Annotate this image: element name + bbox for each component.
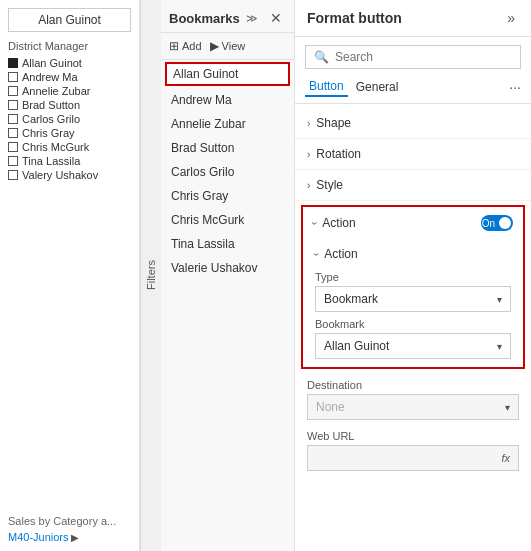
chevron-right-icon: ▶ bbox=[71, 532, 79, 543]
district-name: Andrew Ma bbox=[22, 71, 78, 83]
tab-general[interactable]: General bbox=[352, 78, 403, 96]
district-list: Allan GuinotAndrew MaAnnelie ZubarBrad S… bbox=[8, 56, 131, 182]
chevron-down-icon: › bbox=[311, 252, 322, 255]
district-name: Chris McGurk bbox=[22, 141, 89, 153]
left-panel: Alan Guinot District Manager Allan Guino… bbox=[0, 0, 140, 551]
view-icon: ▶ bbox=[210, 39, 219, 53]
format-tabs: Button General ··· bbox=[295, 77, 531, 104]
district-name: Valery Ushakov bbox=[22, 169, 98, 181]
destination-dropdown[interactable]: None ▾ bbox=[307, 394, 519, 420]
bookmark-value: Allan Guinot bbox=[324, 339, 497, 353]
add-label: Add bbox=[182, 40, 202, 52]
checkbox-icon bbox=[8, 128, 18, 138]
district-list-item[interactable]: Chris Gray bbox=[8, 126, 131, 140]
shape-section[interactable]: › Shape bbox=[295, 108, 531, 139]
district-list-item[interactable]: Tina Lassila bbox=[8, 154, 131, 168]
bookmark-item[interactable]: Tina Lassila bbox=[161, 232, 294, 256]
bookmarks-panel: Filters Bookmarks ≫ ✕ ⊞ Add ▶ View Allan… bbox=[140, 0, 295, 551]
district-name: Allan Guinot bbox=[22, 57, 82, 69]
chevron-right-icon: › bbox=[307, 180, 310, 191]
checkbox-icon bbox=[8, 86, 18, 96]
district-list-item[interactable]: Valery Ushakov bbox=[8, 168, 131, 182]
bookmark-item[interactable]: Chris Gray bbox=[161, 184, 294, 208]
action-section: › Action On › Action Type Bookmark ▾ Boo… bbox=[301, 205, 525, 369]
action-header-row[interactable]: › Action On bbox=[303, 207, 523, 239]
bookmark-item[interactable]: Valerie Ushakov bbox=[161, 256, 294, 280]
bookmarks-close-button[interactable]: ✕ bbox=[266, 8, 286, 28]
bookmarks-content: Bookmarks ≫ ✕ ⊞ Add ▶ View Allan GuinotA… bbox=[161, 0, 294, 551]
bookmark-item[interactable]: Annelie Zubar bbox=[161, 112, 294, 136]
style-label: Style bbox=[316, 178, 343, 192]
search-bar[interactable]: 🔍 bbox=[305, 45, 521, 69]
action-main-label: Action bbox=[322, 216, 355, 230]
destination-value: None bbox=[316, 400, 505, 414]
bottom-link[interactable]: M40-Juniors ▶ bbox=[8, 531, 131, 543]
tab-button[interactable]: Button bbox=[305, 77, 348, 97]
action-toggle[interactable]: On bbox=[481, 215, 513, 231]
bookmark-item[interactable]: Carlos Grilo bbox=[161, 160, 294, 184]
slicer-box[interactable]: Alan Guinot bbox=[8, 8, 131, 32]
rotation-label: Rotation bbox=[316, 147, 361, 161]
checkbox-icon bbox=[8, 170, 18, 180]
district-name: Brad Sutton bbox=[22, 99, 80, 111]
add-icon: ⊞ bbox=[169, 39, 179, 53]
bookmark-field-label: Bookmark bbox=[315, 318, 511, 330]
weburl-label: Web URL bbox=[307, 430, 519, 442]
bookmark-item[interactable]: Brad Sutton bbox=[161, 136, 294, 160]
format-header-right: » bbox=[503, 8, 519, 28]
weburl-row: Web URL fx bbox=[295, 426, 531, 475]
chevron-down-icon: › bbox=[309, 221, 320, 224]
weburl-input[interactable] bbox=[316, 451, 497, 465]
district-list-item[interactable]: Chris McGurk bbox=[8, 140, 131, 154]
district-name: Chris Gray bbox=[22, 127, 75, 139]
chevron-right-icon: › bbox=[307, 118, 310, 129]
district-label: District Manager bbox=[8, 40, 131, 52]
bookmarks-toolbar: ⊞ Add ▶ View bbox=[161, 33, 294, 60]
format-panel: Format button » 🔍 Button General ··· › S… bbox=[295, 0, 531, 551]
bookmark-item[interactable]: Allan Guinot bbox=[165, 62, 290, 86]
dropdown-arrow-icon: ▾ bbox=[497, 341, 502, 352]
checkbox-icon bbox=[8, 100, 18, 110]
style-section[interactable]: › Style bbox=[295, 170, 531, 201]
chevron-right-icon: › bbox=[307, 149, 310, 160]
district-name: Carlos Grilo bbox=[22, 113, 80, 125]
bookmarks-list: Allan GuinotAndrew MaAnnelie ZubarBrad S… bbox=[161, 60, 294, 551]
format-expand-button[interactable]: » bbox=[503, 8, 519, 28]
bookmarks-header: Bookmarks ≫ ✕ bbox=[161, 0, 294, 33]
format-body: › Shape › Rotation › Style › Action On bbox=[295, 104, 531, 551]
district-name: Annelie Zubar bbox=[22, 85, 91, 97]
checkbox-icon bbox=[8, 72, 18, 82]
district-list-item[interactable]: Annelie Zubar bbox=[8, 84, 131, 98]
filters-tab[interactable]: Filters bbox=[140, 0, 161, 551]
action-sub-header[interactable]: › Action bbox=[315, 243, 511, 265]
action-sub: › Action Type Bookmark ▾ Bookmark Allan … bbox=[303, 239, 523, 367]
bookmark-item[interactable]: Andrew Ma bbox=[161, 88, 294, 112]
district-list-item[interactable]: Brad Sutton bbox=[8, 98, 131, 112]
district-list-item[interactable]: Andrew Ma bbox=[8, 70, 131, 84]
fx-button[interactable]: fx bbox=[501, 452, 510, 464]
district-list-item[interactable]: Carlos Grilo bbox=[8, 112, 131, 126]
view-bookmark-button[interactable]: ▶ View bbox=[210, 39, 246, 53]
bookmarks-title: Bookmarks bbox=[169, 11, 240, 26]
rotation-section[interactable]: › Rotation bbox=[295, 139, 531, 170]
bookmark-item[interactable]: Chris McGurk bbox=[161, 208, 294, 232]
weburl-field: fx bbox=[307, 445, 519, 471]
tab-more-button[interactable]: ··· bbox=[509, 79, 521, 95]
type-dropdown[interactable]: Bookmark ▾ bbox=[315, 286, 511, 312]
checkbox-icon bbox=[8, 156, 18, 166]
bookmarks-header-right: ≫ ✕ bbox=[242, 8, 286, 28]
bookmark-dropdown[interactable]: Allan Guinot ▾ bbox=[315, 333, 511, 359]
toggle-knob bbox=[499, 217, 511, 229]
format-title: Format button bbox=[307, 10, 402, 26]
type-field-label: Type bbox=[315, 271, 511, 283]
toggle-on-label: On bbox=[482, 218, 495, 229]
action-sub-label: Action bbox=[324, 247, 357, 261]
search-icon: 🔍 bbox=[314, 50, 329, 64]
view-label: View bbox=[222, 40, 246, 52]
sales-label: Sales by Category a... bbox=[8, 515, 131, 527]
search-input[interactable] bbox=[335, 50, 512, 64]
bookmarks-expand-button[interactable]: ≫ bbox=[242, 10, 262, 27]
bottom-link-text: M40-Juniors bbox=[8, 531, 69, 543]
district-list-item[interactable]: Allan Guinot bbox=[8, 56, 131, 70]
add-bookmark-button[interactable]: ⊞ Add bbox=[169, 39, 202, 53]
